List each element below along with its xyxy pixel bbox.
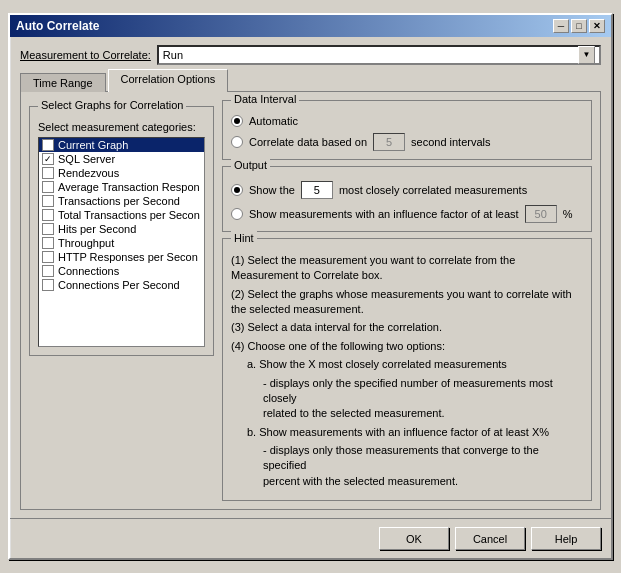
measurement-label: Measurement to Correlate: — [20, 49, 151, 61]
list-item-avg-transaction[interactable]: Average Transaction Respon — [39, 180, 204, 194]
main-window: Auto Correlate ─ □ ✕ Measurement to Corr… — [8, 13, 613, 560]
label-rendezvous: Rendezvous — [58, 167, 119, 179]
checkbox-connections[interactable] — [42, 265, 54, 277]
list-item-http-responses[interactable]: HTTP Responses per Secon — [39, 250, 204, 264]
hint-line-8: - displays only those measurements that … — [231, 443, 583, 489]
checkbox-throughput[interactable] — [42, 237, 54, 249]
titlebar-buttons: ─ □ ✕ — [553, 19, 605, 33]
output-label: Output — [231, 159, 270, 171]
measurement-dropdown-button[interactable]: ▼ — [578, 46, 595, 64]
most-closely-label: most closely correlated measurements — [339, 184, 527, 196]
close-button[interactable]: ✕ — [589, 19, 605, 33]
list-item-total-transactions[interactable]: Total Transactions per Secon — [39, 208, 204, 222]
label-http-responses: HTTP Responses per Secon — [58, 251, 198, 263]
measurement-row: Measurement to Correlate: Run ▼ — [20, 45, 601, 65]
label-sql-server: SQL Server — [58, 153, 115, 165]
interval-input[interactable] — [373, 133, 405, 151]
influence-input[interactable] — [525, 205, 557, 223]
label-current-graph: Current Graph — [58, 139, 128, 151]
checkbox-sql-server[interactable] — [42, 153, 54, 165]
hint-line-7: b. Show measurements with an influence f… — [231, 425, 583, 440]
hint-line-5: a. Show the X most closely correlated me… — [231, 357, 583, 372]
category-list[interactable]: Current GraphSQL ServerRendezvousAverage… — [38, 137, 205, 347]
cancel-button[interactable]: Cancel — [455, 527, 525, 550]
list-item-hits-per-second[interactable]: Hits per Second — [39, 222, 204, 236]
hint-line-2: (2) Select the graphs whose measurements… — [231, 287, 583, 318]
show-the-label: Show the — [249, 184, 295, 196]
hint-line-3: (3) Select a data interval for the corre… — [231, 320, 583, 335]
list-item-connections[interactable]: Connections — [39, 264, 204, 278]
select-graphs-label: Select Graphs for Correlation — [38, 99, 186, 111]
measurement-value: Run — [163, 49, 578, 61]
label-connections: Connections — [58, 265, 119, 277]
label-hits-per-second: Hits per Second — [58, 223, 136, 235]
data-interval-label: Data Interval — [231, 93, 299, 105]
checkbox-rendezvous[interactable] — [42, 167, 54, 179]
hint-label: Hint — [231, 231, 257, 246]
titlebar: Auto Correlate ─ □ ✕ — [10, 15, 611, 37]
select-graphs-group: Select Graphs for Correlation Select mea… — [29, 106, 214, 356]
help-button[interactable]: Help — [531, 527, 601, 550]
checkbox-http-responses[interactable] — [42, 251, 54, 263]
label-connections-per-second: Connections Per Second — [58, 279, 180, 291]
tab-inner: Select Graphs for Correlation Select mea… — [29, 100, 592, 501]
ok-button[interactable]: OK — [379, 527, 449, 550]
tab-content: Select Graphs for Correlation Select mea… — [20, 91, 601, 510]
content-area: Measurement to Correlate: Run ▼ Time Ran… — [10, 37, 611, 518]
minimize-button[interactable]: ─ — [553, 19, 569, 33]
measurement-select[interactable]: Run ▼ — [157, 45, 601, 65]
hint-group: Hint (1) Select the measurement you want… — [222, 238, 592, 501]
checkbox-current-graph[interactable] — [42, 139, 54, 151]
second-intervals-label: second intervals — [411, 136, 491, 148]
correlate-radio[interactable] — [231, 136, 243, 148]
show-the-radio[interactable] — [231, 184, 243, 196]
hint-text: (1) Select the measurement you want to c… — [231, 253, 583, 489]
label-avg-transaction: Average Transaction Respon — [58, 181, 200, 193]
maximize-button[interactable]: □ — [571, 19, 587, 33]
list-item-connections-per-second[interactable]: Connections Per Second — [39, 278, 204, 292]
category-label: Select measurement categories: — [38, 121, 205, 133]
hint-line-6: - displays only the specified number of … — [231, 376, 583, 422]
influence-pct: % — [563, 208, 573, 220]
label-transactions-per-second: Transactions per Second — [58, 195, 180, 207]
hint-line-1: (1) Select the measurement you want to c… — [231, 253, 583, 284]
list-item-current-graph[interactable]: Current Graph — [39, 138, 204, 152]
right-panel: Data Interval Automatic Correlate data b… — [222, 100, 592, 501]
list-item-transactions-per-second[interactable]: Transactions per Second — [39, 194, 204, 208]
left-panel: Select Graphs for Correlation Select mea… — [29, 100, 214, 501]
bottom-buttons: OK Cancel Help — [10, 518, 611, 558]
label-throughput: Throughput — [58, 237, 114, 249]
automatic-radio[interactable] — [231, 115, 243, 127]
automatic-row: Automatic — [231, 115, 583, 127]
list-item-throughput[interactable]: Throughput — [39, 236, 204, 250]
influence-label: Show measurements with an influence fact… — [249, 208, 519, 220]
tab-correlation-options[interactable]: Correlation Options — [108, 69, 229, 92]
checkbox-connections-per-second[interactable] — [42, 279, 54, 291]
output-group: Output Show the most closely correlated … — [222, 166, 592, 232]
tabs-container: Time Range Correlation Options — [20, 71, 601, 92]
window-title: Auto Correlate — [16, 19, 99, 33]
automatic-label: Automatic — [249, 115, 298, 127]
data-interval-group: Data Interval Automatic Correlate data b… — [222, 100, 592, 160]
hint-line-4: (4) Choose one of the following two opti… — [231, 339, 583, 354]
tab-time-range[interactable]: Time Range — [20, 73, 106, 92]
output-radios: Show the most closely correlated measure… — [231, 181, 583, 223]
checkbox-total-transactions[interactable] — [42, 209, 54, 221]
influence-row: Show measurements with an influence fact… — [231, 205, 583, 223]
correlate-label: Correlate data based on — [249, 136, 367, 148]
list-item-rendezvous[interactable]: Rendezvous — [39, 166, 204, 180]
data-interval-radios: Automatic Correlate data based on second… — [231, 115, 583, 151]
influence-radio[interactable] — [231, 208, 243, 220]
checkbox-hits-per-second[interactable] — [42, 223, 54, 235]
list-item-sql-server[interactable]: SQL Server — [39, 152, 204, 166]
checkbox-avg-transaction[interactable] — [42, 181, 54, 193]
show-the-input[interactable] — [301, 181, 333, 199]
label-total-transactions: Total Transactions per Secon — [58, 209, 200, 221]
correlate-row: Correlate data based on second intervals — [231, 133, 583, 151]
show-the-row: Show the most closely correlated measure… — [231, 181, 583, 199]
checkbox-transactions-per-second[interactable] — [42, 195, 54, 207]
